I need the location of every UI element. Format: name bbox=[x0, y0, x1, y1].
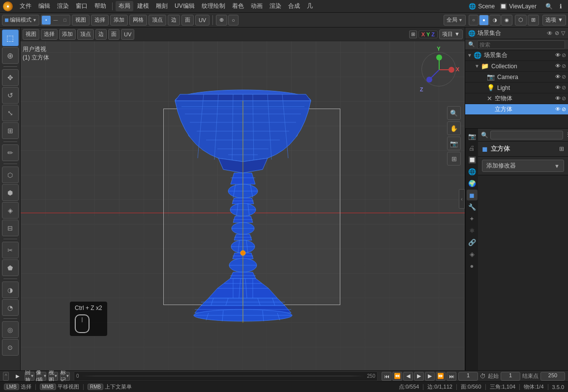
marker-menu[interactable]: 标记 ▼ bbox=[60, 372, 70, 381]
smooth-tool[interactable]: ◔ bbox=[2, 299, 19, 316]
vp-add-menu[interactable]: 添加 bbox=[59, 29, 76, 40]
shapekeys-tool[interactable]: ◑ bbox=[2, 281, 19, 298]
extrude-tool[interactable]: ⬡ bbox=[2, 167, 19, 183]
face-menu[interactable]: 面 bbox=[181, 15, 194, 26]
empty-eye[interactable]: 👁 bbox=[555, 95, 561, 102]
edge-select-btn[interactable]: — bbox=[51, 16, 60, 25]
ol-item-collection[interactable]: ▼ 📁 Collection 👁 ⊘ bbox=[465, 61, 568, 72]
constraints-props-btn[interactable]: 🔗 bbox=[467, 237, 478, 248]
menu-texture-paint[interactable]: 纹理绘制 bbox=[199, 1, 228, 11]
jump-start-btn[interactable]: ⏮ bbox=[382, 372, 391, 381]
proportional-icon[interactable]: ○ bbox=[228, 15, 239, 26]
search-button[interactable]: 🔍 bbox=[542, 2, 556, 11]
select-box-tool[interactable]: ⬚ bbox=[2, 29, 19, 46]
scene-cam-icon[interactable]: ⊘ bbox=[562, 52, 566, 58]
camera-eye[interactable]: 👁 bbox=[555, 74, 561, 80]
viewport[interactable]: 视图 选择 添加 顶点 边 面 UV ⊞ X Y Z 项目 ▼ bbox=[21, 28, 465, 370]
render-btn[interactable]: ◉ bbox=[501, 15, 512, 26]
physics-props-btn[interactable]: ⚛ bbox=[467, 225, 478, 236]
vp-select-menu[interactable]: 选择 bbox=[41, 29, 58, 40]
bevel-tool[interactable]: ◈ bbox=[2, 202, 19, 219]
menu-uv[interactable]: UV编辑 bbox=[172, 1, 198, 11]
menu-geometry[interactable]: 几 bbox=[304, 1, 316, 11]
light-eye[interactable]: 👁 bbox=[555, 84, 561, 91]
mesh-menu[interactable]: 网格 bbox=[129, 15, 147, 26]
props-expand-icon[interactable]: ⋮ bbox=[565, 132, 568, 138]
push-pull-tool[interactable]: ⊙ bbox=[2, 339, 19, 356]
axis-gizmo[interactable]: X Y Z bbox=[421, 52, 461, 91]
shrink-tool[interactable]: ◎ bbox=[2, 321, 19, 338]
menu-composite[interactable]: 合成 bbox=[285, 1, 303, 11]
select-menu[interactable]: 选择 bbox=[91, 15, 109, 26]
polybuild-tool[interactable]: ⬟ bbox=[2, 259, 19, 276]
wireframe-btn[interactable]: ○ bbox=[469, 15, 478, 26]
ol-item-cube[interactable]: ▶ ◼ 立方体 👁 ⊘ bbox=[465, 104, 568, 115]
scene-eye-icon[interactable]: 👁 bbox=[555, 52, 561, 58]
modifier-props-btn[interactable]: 🔧 bbox=[467, 201, 478, 212]
cursor-tool[interactable]: ⊕ bbox=[2, 47, 19, 64]
ol-item-camera[interactable]: ▶ 📷 Camera 👁 ⊘ bbox=[465, 72, 568, 83]
expand-props-icon[interactable]: ⊞ bbox=[559, 145, 564, 152]
pan-btn[interactable]: ✋ bbox=[447, 121, 461, 135]
view-menu[interactable]: 视图 bbox=[72, 15, 90, 26]
zoom-in-btn[interactable]: 🔍 bbox=[447, 106, 461, 120]
menu-edit[interactable]: 编辑 bbox=[35, 1, 53, 11]
jump-end-btn[interactable]: ⏭ bbox=[447, 372, 456, 381]
vp-view-menu[interactable]: 视图 bbox=[23, 29, 39, 40]
ol-item-scene[interactable]: ▼ 🌐 场景集合 👁 ⊘ bbox=[465, 50, 568, 61]
coord-display[interactable]: X Y Z bbox=[419, 30, 438, 38]
keying-menu[interactable]: 抠像(插帧) ▼ bbox=[36, 372, 46, 381]
scene-props-btn[interactable]: 🌐 bbox=[467, 166, 478, 177]
tl-view-menu[interactable]: 视图 ▼ bbox=[48, 372, 58, 381]
object-props-btn[interactable]: ◼ bbox=[467, 190, 478, 200]
knife-tool[interactable]: ✂ bbox=[2, 242, 19, 258]
camera-btn[interactable]: 📷 bbox=[447, 137, 461, 150]
outliner-search[interactable] bbox=[477, 40, 565, 49]
menu-help[interactable]: 帮助 bbox=[91, 1, 109, 11]
material-btn[interactable]: ◑ bbox=[489, 15, 501, 26]
playback-menu[interactable]: 回放 ▼ bbox=[25, 372, 34, 381]
uv-menu[interactable]: UV bbox=[195, 15, 209, 26]
transform-tool[interactable]: ⊞ bbox=[2, 122, 19, 139]
grid-view-btn[interactable]: ⊞ bbox=[447, 152, 461, 166]
scale-tool[interactable]: ⤡ bbox=[2, 105, 19, 121]
menu-shade[interactable]: 着色 bbox=[229, 1, 247, 11]
scene-visibility-icon[interactable]: 👁 bbox=[547, 30, 553, 37]
render-props-btn[interactable]: 📷 bbox=[467, 131, 478, 141]
menu-file[interactable]: 文件 bbox=[17, 1, 34, 11]
ol-item-empty[interactable]: ▶ ✕ 空物体 👁 ⊘ bbox=[465, 93, 568, 104]
menu-sculpt[interactable]: 雕刻 bbox=[153, 1, 171, 11]
prev-frame-btn[interactable]: ⏪ bbox=[392, 372, 402, 381]
menu-render[interactable]: 渲染 bbox=[54, 1, 72, 11]
move-tool[interactable]: ✥ bbox=[2, 69, 19, 86]
sidebar-toggle[interactable]: ‹ bbox=[459, 189, 465, 209]
axes-grid-icon[interactable]: ⊞ bbox=[409, 30, 417, 38]
timeline-play-indicator[interactable]: ▶ bbox=[13, 371, 23, 381]
menu-layout[interactable]: 布局 bbox=[116, 1, 133, 11]
end-frame[interactable]: 250 bbox=[540, 372, 565, 381]
xray-btn[interactable]: ⊞ bbox=[528, 15, 539, 26]
collection-restrict[interactable]: ⊘ bbox=[562, 63, 566, 69]
menu-window[interactable]: 窗口 bbox=[73, 1, 90, 11]
empty-restrict[interactable]: ⊘ bbox=[562, 95, 566, 102]
vp-uv-menu[interactable]: UV bbox=[121, 29, 134, 40]
items-btn[interactable]: 项目 ▼ bbox=[439, 29, 463, 39]
loopcut-tool[interactable]: ⊟ bbox=[2, 220, 19, 236]
scene-restrict-icon[interactable]: ⊘ bbox=[555, 30, 559, 36]
vertex-select-btn[interactable]: • bbox=[42, 16, 51, 25]
cube-eye[interactable]: 👁 bbox=[555, 106, 561, 112]
timeline-track[interactable]: 0 250 bbox=[74, 371, 378, 381]
output-props-btn[interactable]: 🖨 bbox=[467, 142, 478, 153]
next-keyframe-btn[interactable]: ▶ bbox=[425, 372, 435, 381]
menu-animation[interactable]: 动画 bbox=[248, 1, 266, 11]
props-search[interactable] bbox=[490, 131, 563, 140]
particles-props-btn[interactable]: ✦ bbox=[467, 213, 478, 224]
timeline-collapse[interactable]: ^ bbox=[3, 372, 9, 381]
vertex-menu[interactable]: 顶点 bbox=[149, 15, 166, 26]
add-menu[interactable]: 添加 bbox=[110, 15, 128, 26]
scene-filter-icon[interactable]: ▽ bbox=[561, 30, 565, 36]
viewlayer-props-btn[interactable]: 🔲 bbox=[467, 154, 478, 165]
rotate-tool[interactable]: ↺ bbox=[2, 87, 19, 104]
snap-icon[interactable]: ⊕ bbox=[216, 15, 227, 26]
play-btn[interactable]: ▶ bbox=[414, 372, 424, 381]
